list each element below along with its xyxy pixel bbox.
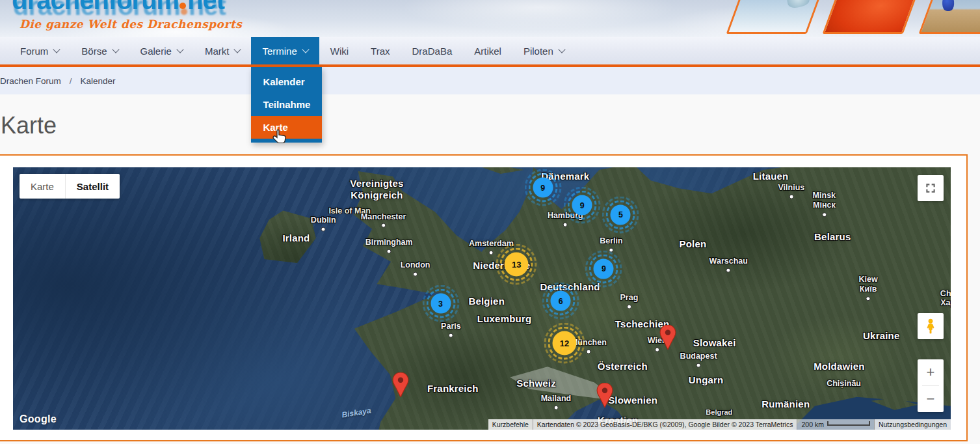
- chevron-down-icon: [234, 46, 241, 53]
- zoom-control: + −: [918, 359, 944, 412]
- nav-items: ForumBörseGalerieMarktTermineWikiTraxDra…: [0, 37, 980, 64]
- chevron-down-icon: [53, 46, 60, 53]
- beach-kite-photo: [919, 0, 980, 34]
- pegman-icon: [923, 318, 938, 334]
- nav-item-label: Piloten: [523, 46, 553, 57]
- google-logo[interactable]: Google: [20, 413, 57, 425]
- pin-marker-frankreich[interactable]: [392, 372, 409, 400]
- maptype-karte-button[interactable]: Karte: [20, 174, 66, 199]
- breadcrumb-link-forum[interactable]: Drachen Forum: [0, 76, 61, 86]
- cluster-marker-5[interactable]: 5: [611, 204, 631, 225]
- nav-item-label: Markt: [205, 46, 230, 57]
- fullscreen-icon: [924, 182, 937, 195]
- cluster-marker-12[interactable]: 12: [552, 331, 576, 355]
- logo-dot-icon: [179, 3, 186, 9]
- nav-item-markt[interactable]: Markt: [194, 37, 252, 64]
- kite-icon: [942, 0, 954, 11]
- nav-item-piloten[interactable]: Piloten: [512, 37, 576, 64]
- zoom-out-button[interactable]: −: [918, 386, 944, 412]
- dropdown-item-teilnahme[interactable]: Teilnahme: [251, 93, 322, 116]
- nav-item-label: Termine: [262, 46, 297, 57]
- cluster-marker-9[interactable]: 9: [533, 178, 553, 198]
- logo-tld: net: [187, 0, 224, 14]
- chevron-down-icon: [558, 46, 565, 53]
- nav-item-termine[interactable]: Termine: [251, 37, 319, 64]
- terms-link[interactable]: Nutzungsbedingungen: [874, 419, 951, 430]
- pin-icon: [659, 325, 676, 350]
- nav-item-trax[interactable]: Trax: [360, 37, 401, 64]
- maptype-control: Karte Satellit: [20, 174, 120, 199]
- nav-item-label: Börse: [81, 46, 107, 57]
- zoom-in-button[interactable]: +: [918, 359, 944, 385]
- nav-item-dradaba[interactable]: DraDaBa: [401, 37, 464, 64]
- nav-item-label: DraDaBa: [412, 46, 453, 57]
- fullscreen-button[interactable]: [918, 175, 944, 201]
- cursor-pointer-icon: [271, 128, 288, 146]
- maptype-satellit-button[interactable]: Satellit: [66, 174, 120, 199]
- dropdown-item-kalender[interactable]: Kalender: [251, 70, 322, 93]
- kite-icon: [786, 0, 811, 9]
- chevron-down-icon: [302, 46, 309, 53]
- breadcrumb-item-kalender[interactable]: Kalender: [81, 76, 116, 86]
- pin-marker-wien[interactable]: [659, 325, 676, 352]
- page-title: Karte: [1, 112, 57, 139]
- scale-control[interactable]: 200 km: [797, 419, 873, 430]
- site-tagline: Die ganze Welt des Drachensports: [20, 18, 242, 31]
- map-markers: 9951393612: [13, 167, 951, 430]
- cluster-marker-6[interactable]: 6: [551, 291, 571, 311]
- map-attribution: Kurzbefehle Kartendaten © 2023 GeoBasis-…: [488, 419, 951, 430]
- breadcrumb: Drachen Forum / Kalender: [0, 67, 980, 94]
- kite-sky-photo: [726, 0, 823, 34]
- nav-item-artikel[interactable]: Artikel: [463, 37, 512, 64]
- nav-item-label: Forum: [20, 46, 48, 57]
- nav-item-galerie[interactable]: Galerie: [129, 37, 194, 64]
- pin-icon: [392, 372, 409, 397]
- nav-item-label: Wiki: [330, 46, 349, 57]
- nav-item-label: Galerie: [140, 46, 172, 57]
- chevron-down-icon: [112, 46, 119, 53]
- cluster-marker-3[interactable]: 3: [430, 294, 451, 314]
- pin-marker-slowenien[interactable]: [596, 383, 613, 410]
- scale-label: 200 km: [801, 421, 823, 428]
- nav-item-label: Artikel: [474, 46, 501, 57]
- nav-item-b-rse[interactable]: Börse: [70, 37, 129, 64]
- pegman-button[interactable]: [918, 313, 944, 339]
- site-logo[interactable]: drachenforumnet drachenforumnet: [12, 0, 224, 15]
- main-nav: ForumBörseGalerieMarktTermineWikiTraxDra…: [0, 37, 980, 67]
- pin-icon: [596, 383, 613, 408]
- nav-item-wiki[interactable]: Wiki: [319, 37, 360, 64]
- site-header: drachenforumnet drachenforumnet Die ganz…: [0, 0, 980, 37]
- breadcrumb-separator: /: [70, 76, 72, 86]
- nav-item-label: Trax: [371, 46, 390, 57]
- cluster-marker-9[interactable]: 9: [594, 258, 614, 279]
- google-map[interactable]: DänemarkLitauenVereinigtes KönigreichVil…: [13, 167, 951, 430]
- nav-item-forum[interactable]: Forum: [9, 37, 70, 64]
- cluster-marker-9[interactable]: 9: [572, 195, 592, 215]
- map-data-attribution: Kartendaten © 2023 GeoBasis-DE/BKG (©200…: [533, 419, 797, 430]
- cluster-marker-13[interactable]: 13: [505, 253, 529, 277]
- chevron-down-icon: [176, 46, 183, 53]
- header-photos: [734, 0, 980, 34]
- red-kite-photo: [823, 0, 920, 34]
- scale-bar-icon: [827, 421, 870, 426]
- logo-text: drachenforum: [12, 0, 179, 14]
- keyboard-shortcuts-button[interactable]: Kurzbefehle: [488, 419, 533, 430]
